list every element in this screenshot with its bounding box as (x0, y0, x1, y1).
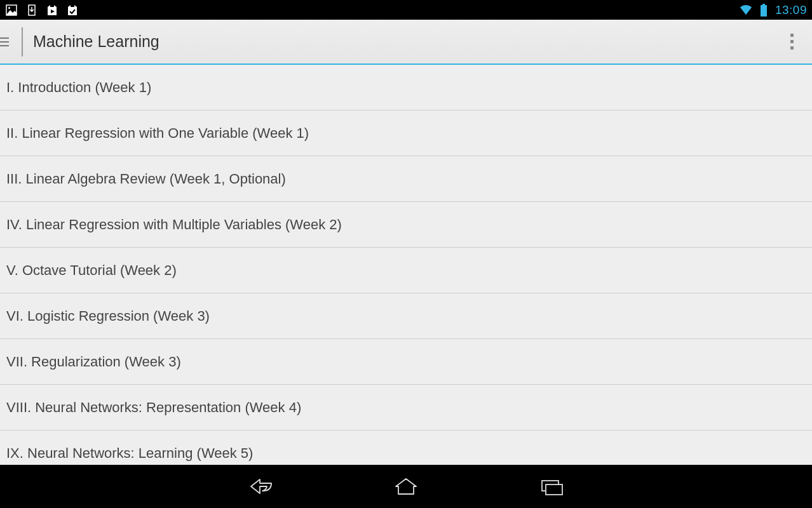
recents-button[interactable] (533, 474, 571, 499)
list-item[interactable]: VI. Logistic Regression (Week 3) (0, 293, 812, 339)
list-item-label: IX. Neural Networks: Learning (Week 5) (6, 445, 253, 462)
home-button[interactable] (387, 474, 425, 499)
download-icon (25, 4, 38, 17)
back-icon (246, 477, 274, 496)
hamburger-icon (0, 37, 9, 46)
drawer-button[interactable] (0, 20, 19, 64)
svg-rect-4 (761, 5, 767, 17)
svg-rect-6 (546, 485, 562, 495)
list-item[interactable]: IV. Linear Regression with Multiple Vari… (0, 202, 812, 248)
status-bar: 13:09 (0, 0, 812, 20)
list-item-label: III. Linear Algebra Review (Week 1, Opti… (6, 171, 286, 187)
home-icon (392, 477, 420, 496)
list-item[interactable]: III. Linear Algebra Review (Week 1, Opti… (0, 156, 812, 202)
list-item-label: VII. Regularization (Week 3) (6, 354, 181, 370)
list-item-label: I. Introduction (Week 1) (6, 79, 151, 96)
list-item[interactable]: V. Octave Tutorial (Week 2) (0, 248, 812, 293)
page-title: Machine Learning (33, 32, 159, 51)
status-time: 13:09 (775, 3, 807, 17)
overflow-icon (790, 34, 794, 50)
list-item-label: II. Linear Regression with One Variable … (6, 125, 309, 142)
list-item-label: V. Octave Tutorial (Week 2) (6, 262, 177, 279)
list-item[interactable]: II. Linear Regression with One Variable … (0, 110, 812, 156)
list-item[interactable]: I. Introduction (Week 1) (0, 65, 812, 110)
list-item[interactable]: VIII. Neural Networks: Representation (W… (0, 385, 812, 431)
title-separator (22, 27, 23, 57)
overflow-menu-button[interactable] (779, 29, 804, 55)
back-button[interactable] (241, 474, 279, 499)
battery-icon (757, 4, 770, 17)
navigation-bar (0, 465, 812, 508)
list-item-label: VI. Logistic Regression (Week 3) (6, 308, 210, 324)
wifi-icon (740, 4, 752, 17)
list-item-label: VIII. Neural Networks: Representation (W… (6, 399, 301, 416)
svg-point-1 (8, 7, 10, 9)
check-store-icon (66, 4, 79, 17)
svg-rect-3 (762, 4, 765, 5)
list-item-label: IV. Linear Regression with Multiple Vari… (6, 217, 342, 233)
list-item[interactable]: IX. Neural Networks: Learning (Week 5) (0, 431, 812, 465)
gallery-icon (5, 4, 18, 17)
list-item[interactable]: VII. Regularization (Week 3) (0, 339, 812, 385)
app-bar: Machine Learning (0, 20, 812, 65)
lesson-list[interactable]: I. Introduction (Week 1) II. Linear Regr… (0, 65, 812, 465)
play-store-icon (46, 4, 58, 17)
recents-icon (538, 477, 566, 496)
